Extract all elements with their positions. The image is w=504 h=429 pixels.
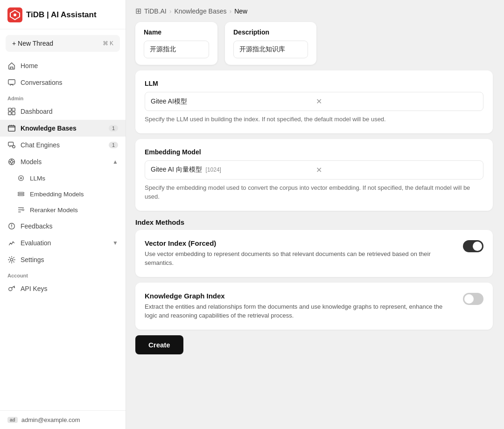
- svg-rect-7: [12, 112, 15, 115]
- sidebar-item-dashboard-label: Dashboard: [21, 108, 53, 115]
- footer-badge: ad: [7, 417, 18, 423]
- name-label: Name: [144, 28, 209, 36]
- sidebar-item-reranker-label: Reranker Models: [30, 207, 78, 214]
- content-area: Name Description LLM Gitee AI模型 ✕ Specif…: [126, 20, 504, 429]
- embedding-hint: Specify the embedding model used to conv…: [145, 183, 483, 201]
- vector-index-row: Vector Index (Forced) Use vector embeddi…: [145, 239, 483, 268]
- knowledge-graph-info: Knowledge Graph Index Extract the entiti…: [145, 292, 456, 320]
- sidebar-item-chat-engines-label: Chat Engines: [21, 141, 60, 149]
- llm-clear-icon[interactable]: ✕: [316, 97, 477, 106]
- admin-section-label: Admin: [0, 91, 126, 103]
- sidebar-item-evaluation[interactable]: Evaluation ▼: [0, 235, 126, 251]
- sidebar-header: TiDB | AI Assistant: [0, 0, 126, 29]
- knowledge-graph-toggle[interactable]: [463, 293, 483, 305]
- evaluation-icon: [7, 239, 16, 247]
- sidebar-item-home-label: Home: [21, 62, 38, 69]
- vector-index-toggle[interactable]: [463, 240, 483, 252]
- sidebar-item-settings[interactable]: Settings: [0, 251, 126, 268]
- sidebar-item-api-keys[interactable]: API Keys: [0, 280, 126, 297]
- llm-hint: Specify the LLM used in building the ind…: [145, 115, 483, 124]
- new-thread-shortcut: ⌘ K: [103, 40, 113, 47]
- sidebar-item-evaluation-label: Evaluation: [21, 239, 51, 247]
- sidebar-item-embedding-label: Embedding Models: [30, 191, 84, 198]
- sidebar-item-api-keys-label: API Keys: [21, 285, 48, 292]
- sidebar-item-llms[interactable]: LLMs: [0, 170, 126, 186]
- api-keys-icon: [7, 284, 16, 293]
- sidebar-item-feedbacks[interactable]: Feedbacks: [0, 218, 126, 235]
- embedding-select[interactable]: Gitee AI 向量模型 [1024] ✕: [145, 160, 483, 180]
- svg-point-16: [22, 209, 24, 211]
- vector-index-toggle-knob: [473, 242, 482, 251]
- llm-select[interactable]: Gitee AI模型 ✕: [145, 92, 483, 111]
- new-thread-button[interactable]: + New Thread ⌘ K: [6, 35, 120, 52]
- svg-point-18: [11, 228, 12, 228]
- breadcrumb-section[interactable]: Knowledge Bases: [174, 7, 226, 15]
- reranker-icon: [17, 206, 25, 214]
- svg-rect-9: [8, 142, 14, 146]
- svg-point-10: [13, 145, 15, 148]
- svg-rect-15: [18, 194, 24, 196]
- name-desc-row: Name Description: [135, 22, 493, 65]
- breadcrumb-sep-1: ›: [169, 7, 172, 15]
- name-input[interactable]: [144, 41, 209, 58]
- svg-rect-6: [8, 112, 11, 115]
- breadcrumb-current: New: [234, 7, 247, 15]
- sidebar-item-dashboard[interactable]: Dashboard: [0, 103, 126, 120]
- sidebar-item-feedbacks-label: Feedbacks: [21, 222, 52, 230]
- sidebar-item-embedding-models[interactable]: Embedding Models: [0, 186, 126, 202]
- index-methods-title: Index Methods: [135, 218, 184, 226]
- home-icon: [7, 62, 16, 70]
- knowledge-graph-row: Knowledge Graph Index Extract the entiti…: [145, 292, 483, 320]
- breadcrumb-root[interactable]: TiDB.AI: [144, 7, 167, 15]
- new-thread-label: + New Thread: [12, 40, 53, 47]
- chat-engines-icon: [7, 141, 16, 149]
- settings-icon: [7, 256, 16, 264]
- embedding-card: Embedding Model Gitee AI 向量模型 [1024] ✕ S…: [135, 139, 493, 211]
- sidebar-item-chat-engines[interactable]: Chat Engines 1: [0, 137, 126, 153]
- svg-rect-3: [8, 80, 15, 84]
- tidb-logo-icon: [7, 7, 22, 22]
- sidebar: TiDB | AI Assistant + New Thread ⌘ K Hom…: [0, 0, 126, 429]
- models-chevron-icon: ▲: [112, 159, 118, 165]
- description-label: Description: [233, 28, 308, 36]
- sidebar-item-models[interactable]: Models ▲: [0, 153, 126, 170]
- sidebar-item-knowledge-bases[interactable]: Knowledge Bases 1: [0, 120, 126, 137]
- sidebar-item-reranker-models[interactable]: Reranker Models: [0, 202, 126, 218]
- create-button[interactable]: Create: [135, 335, 183, 354]
- llm-card: LLM Gitee AI模型 ✕ Specify the LLM used in…: [135, 70, 493, 133]
- vector-index-info: Vector Index (Forced) Use vector embeddi…: [145, 239, 456, 268]
- vector-index-title: Vector Index (Forced): [145, 239, 456, 247]
- embedding-value: Gitee AI 向量模型 [1024]: [151, 166, 312, 174]
- llm-value: Gitee AI模型: [151, 97, 312, 106]
- sidebar-item-home[interactable]: Home: [0, 57, 126, 74]
- sidebar-item-models-label: Models: [21, 158, 42, 166]
- app-title: TiDB | AI Assistant: [26, 10, 97, 20]
- sidebar-footer: ad admin@example.com: [0, 410, 126, 429]
- breadcrumb-sidebar-icon[interactable]: ⊞: [135, 7, 141, 15]
- svg-rect-8: [8, 126, 15, 131]
- knowledge-graph-title: Knowledge Graph Index: [145, 292, 456, 300]
- svg-point-19: [10, 258, 13, 261]
- description-input[interactable]: [233, 41, 308, 58]
- embedding-clear-icon[interactable]: ✕: [316, 166, 477, 174]
- sidebar-item-knowledge-bases-label: Knowledge Bases: [21, 125, 77, 132]
- svg-rect-14: [18, 192, 24, 194]
- vector-index-desc: Use vector embedding to represent docume…: [145, 249, 456, 268]
- evaluation-chevron-icon: ▼: [112, 240, 118, 246]
- name-card: Name: [135, 22, 217, 65]
- svg-point-12: [10, 160, 13, 163]
- breadcrumb-sep-2: ›: [229, 7, 231, 15]
- chat-engines-badge: 1: [109, 142, 118, 148]
- sidebar-item-conversations[interactable]: Conversations: [0, 74, 126, 91]
- svg-point-2: [14, 14, 16, 16]
- account-section-label: Account: [0, 268, 126, 280]
- knowledge-bases-badge: 1: [109, 125, 118, 131]
- sidebar-item-settings-label: Settings: [21, 256, 44, 263]
- knowledge-graph-card: Knowledge Graph Index Extract the entiti…: [135, 283, 493, 330]
- dashboard-icon: [7, 107, 16, 116]
- knowledge-graph-toggle-knob: [464, 294, 474, 304]
- knowledge-bases-icon: [7, 124, 16, 132]
- description-card: Description: [225, 22, 316, 65]
- svg-rect-4: [8, 108, 11, 111]
- conversations-icon: [7, 78, 16, 87]
